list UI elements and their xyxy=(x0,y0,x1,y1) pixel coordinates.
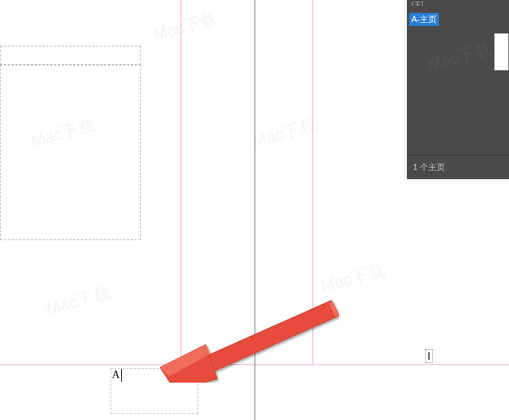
panel-footer-status: 1 个主页 xyxy=(413,162,445,173)
empty-frame[interactable] xyxy=(0,65,141,240)
spine-guide xyxy=(254,0,255,420)
text-frame[interactable] xyxy=(110,368,198,414)
text-cursor-caret xyxy=(121,369,122,382)
text-frame-content: A xyxy=(112,369,120,381)
master-page-thumbnail[interactable] xyxy=(494,33,509,71)
master-page-a-item[interactable]: A-主页 xyxy=(409,13,439,26)
empty-frame[interactable] xyxy=(0,46,141,65)
margin-guide-horizontal xyxy=(0,364,509,365)
ibeam-cursor-icon: I xyxy=(425,349,433,363)
margin-guide-vertical xyxy=(312,0,313,364)
panel-divider xyxy=(407,155,509,155)
margin-guide-vertical xyxy=(181,0,181,364)
pages-panel[interactable]: [无] A-主页 1 个主页 xyxy=(407,0,509,179)
master-none-item[interactable]: [无] xyxy=(407,0,509,6)
